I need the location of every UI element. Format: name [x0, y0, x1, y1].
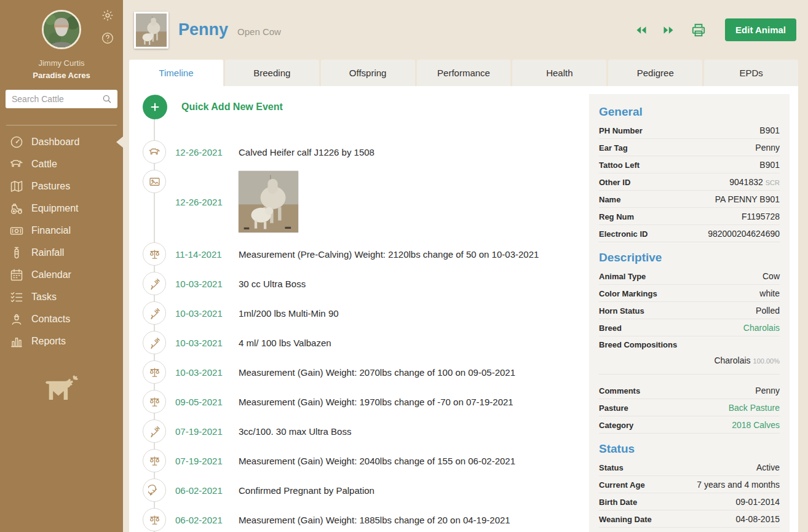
event-text: 3cc/100. 30 max Ultra Boss — [239, 426, 351, 437]
quick-add-event-button[interactable]: Quick Add New Event — [143, 95, 582, 119]
sidebar-item-label: Financial — [31, 225, 71, 236]
tab-performance[interactable]: Performance — [417, 60, 511, 86]
event-date: 10-03-2021 — [175, 279, 233, 289]
detail-value: white — [759, 288, 780, 298]
event-text: 1ml/200 lbs Multi-Min 90 — [239, 308, 339, 319]
timeline-event[interactable]: 12-26-2021 — [143, 170, 582, 232]
sidebar-top — [0, 0, 123, 49]
event-text: Confirmed Pregnant by Palpation — [239, 485, 374, 496]
next-animal-icon[interactable] — [662, 24, 675, 36]
sidebar-item-calendar[interactable]: Calendar — [0, 264, 123, 286]
timeline-event[interactable]: 10-03-2021 4 ml/ 100 lbs Valbazen — [143, 331, 582, 354]
detail-row: Weaning Date 04-08-2015 — [599, 510, 780, 528]
plus-icon[interactable] — [143, 95, 167, 119]
timeline-event[interactable]: 09-05-2021 Measurement (Gain) Weight: 19… — [143, 390, 582, 413]
chart-icon — [9, 334, 24, 349]
search-input[interactable] — [6, 90, 117, 108]
detail-row: Other ID 9041832SCR — [599, 173, 780, 191]
scale-icon — [143, 360, 166, 384]
sidebar-item-dashboard[interactable]: Dashboard — [0, 131, 123, 153]
event-text: Measurement (Gain) Weight: 1885lbs chang… — [239, 515, 510, 525]
main-area: Penny Open Cow Edit Animal — [123, 0, 808, 532]
cow-photo — [136, 14, 167, 47]
sidebar-item-reports[interactable]: Reports — [0, 330, 123, 352]
syringe-icon — [143, 419, 166, 443]
tab-timeline[interactable]: Timeline — [129, 60, 223, 86]
sidebar-item-equipment[interactable]: Equipment — [0, 197, 123, 220]
detail-row: Yearling Date 08-22-2015 — [599, 528, 780, 532]
search-icon[interactable] — [101, 93, 113, 105]
detail-value: Penny — [755, 143, 780, 153]
detail-link[interactable]: 2018 Calves — [732, 420, 780, 430]
detail-value: PA PENNY B901 — [715, 194, 780, 204]
tab-pedigree[interactable]: Pedigree — [608, 60, 702, 86]
animal-status: Open Cow — [237, 23, 281, 37]
timeline-event[interactable]: 10-03-2021 30 cc Ultra Boss — [143, 272, 582, 295]
timeline-event[interactable]: 10-03-2021 Measurement (Gain) Weight: 20… — [143, 360, 582, 384]
sidebar-item-financial[interactable]: Financial — [0, 220, 123, 242]
animal-thumbnail[interactable] — [134, 12, 168, 49]
event-text: Calved Heifer calf J1226 by 1508 — [239, 147, 374, 157]
event-date: 10-03-2021 — [175, 308, 233, 319]
event-date: 09-05-2021 — [175, 397, 233, 407]
detail-row: Name PA PENNY B901 — [599, 191, 780, 208]
sidebar-divider — [6, 125, 117, 125]
sidebar-item-label: Equipment — [31, 203, 79, 214]
cow-icon — [9, 157, 24, 172]
sidebar-item-cattle[interactable]: Cattle — [0, 153, 123, 175]
detail-link[interactable]: Back Pasture — [729, 403, 780, 413]
timeline-event[interactable]: 07-19-2021 3cc/100. 30 max Ultra Boss — [143, 419, 582, 443]
event-text: Measurement (Gain) Weight: 2040lbs chang… — [239, 456, 515, 466]
tab-epds[interactable]: EPDs — [704, 60, 798, 86]
edit-animal-button[interactable]: Edit Animal — [725, 18, 796, 41]
timeline-event[interactable]: 06-02-2021 Confirmed Pregnant by Palpati… — [143, 478, 582, 502]
sidebar-item-tasks[interactable]: Tasks — [0, 286, 123, 308]
event-photo[interactable] — [239, 171, 298, 232]
timeline-event[interactable]: 07-19-2021 Measurement (Gain) Weight: 20… — [143, 449, 582, 472]
detail-label: Comments — [599, 386, 640, 395]
tab-offspring[interactable]: Offspring — [321, 60, 415, 86]
detail-label: Color Markings — [599, 289, 657, 298]
previous-animal-icon[interactable] — [635, 24, 648, 36]
detail-label: Other ID — [599, 178, 630, 187]
money-icon — [9, 223, 24, 238]
detail-value: Penny — [755, 386, 780, 395]
sidebar-item-label: Pastures — [31, 181, 70, 192]
avatar-photo — [44, 12, 79, 47]
detail-label: Weaning Date — [599, 515, 652, 524]
detail-row: Breed Charolais — [599, 319, 780, 336]
timeline-event[interactable]: 12-26-2021 Calved Heifer calf J1226 by 1… — [143, 140, 582, 164]
help-icon[interactable] — [101, 31, 114, 45]
tab-label: EPDs — [739, 68, 762, 78]
sidebar-item-contacts[interactable]: Contacts — [0, 308, 123, 330]
timeline-event[interactable]: 10-03-2021 1ml/200 lbs Multi-Min 90 — [143, 301, 582, 325]
sidebar-item-rainfall[interactable]: Rainfall — [0, 242, 123, 264]
sidebar-item-label: Tasks — [31, 292, 57, 303]
ranch-name: Paradise Acres — [0, 71, 123, 80]
scale-icon — [143, 449, 166, 472]
tab-label: Performance — [437, 68, 490, 78]
user-avatar[interactable] — [42, 10, 81, 49]
syringe-icon — [143, 301, 166, 325]
tab-health[interactable]: Health — [512, 60, 606, 86]
tab-breeding[interactable]: Breeding — [225, 60, 319, 86]
detail-row: Tattoo Left B901 — [599, 156, 780, 173]
detail-label: Reg Num — [599, 212, 634, 221]
detail-row: Current Age 7 years and 4 months — [599, 476, 780, 493]
animal-header: Penny Open Cow Edit Animal — [123, 0, 808, 60]
syringe-icon — [143, 331, 166, 354]
print-icon[interactable] — [691, 22, 707, 38]
timeline-event[interactable]: 11-14-2021 Measurement (Pre-Calving) Wei… — [143, 242, 582, 266]
sidebar-item-pastures[interactable]: Pastures — [0, 175, 123, 197]
detail-link[interactable]: Charolais — [743, 323, 780, 333]
event-text: Measurement (Pre-Calving) Weight: 2120lb… — [239, 249, 539, 260]
detail-row: Comments Penny — [599, 382, 780, 399]
event-date: 07-19-2021 — [175, 426, 233, 437]
gear-icon[interactable] — [101, 9, 114, 22]
sidebar-item-label: Rainfall — [31, 247, 64, 258]
timeline-event[interactable]: 06-02-2021 Measurement (Gain) Weight: 18… — [143, 508, 582, 531]
calendar-icon — [9, 268, 24, 282]
detail-row: Animal Type Cow — [599, 268, 780, 285]
detail-value: 09-01-2014 — [735, 497, 780, 507]
details-section: General PH Number B901 Ear Tag Penny Tat… — [599, 105, 780, 242]
